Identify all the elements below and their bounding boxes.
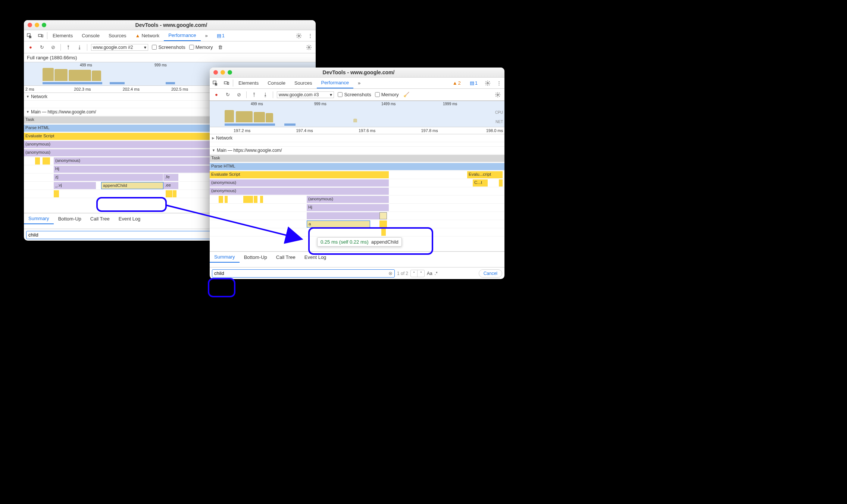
settings-gear-icon[interactable] (494, 91, 501, 98)
titlebar[interactable]: DevTools - www.google.com/ (210, 68, 504, 78)
flame-bar[interactable] (54, 190, 59, 197)
flame-parse-html[interactable]: Parse HTML (210, 163, 504, 170)
download-icon[interactable]: ⭳ (262, 91, 269, 98)
flame-task[interactable]: Task (210, 155, 504, 162)
recording-select[interactable]: www.google.com #3 ▾ (277, 91, 334, 98)
flame-fe[interactable]: .fe (163, 174, 178, 181)
search-field[interactable] (214, 270, 388, 276)
record-button[interactable]: ● (27, 44, 34, 51)
tab-more[interactable]: » (353, 78, 365, 88)
inspect-icon[interactable] (24, 30, 35, 41)
memory-checkbox[interactable]: Memory (189, 44, 213, 50)
tab-console[interactable]: Console (263, 78, 290, 88)
error-count[interactable]: ▤1 (212, 30, 229, 41)
flame-bar[interactable] (243, 196, 253, 203)
device-toggle-icon[interactable] (221, 78, 232, 88)
zoom-icon[interactable] (228, 70, 232, 75)
flame-bar-highlight[interactable] (379, 212, 387, 219)
settings-gear-icon[interactable] (293, 30, 304, 41)
clear-icon[interactable]: ⊗ (388, 270, 393, 276)
search-stepper[interactable]: ˄ ˅ (410, 270, 425, 277)
tab-summary[interactable]: Summary (210, 252, 240, 263)
tab-bottomup[interactable]: Bottom-Up (240, 252, 272, 263)
tab-elements[interactable]: Elements (48, 30, 77, 41)
flame-ct[interactable]: C...t (473, 179, 488, 187)
kebab-menu-icon[interactable]: ⋮ (493, 78, 504, 88)
recording-select[interactable]: www.google.com #2 ▾ (91, 44, 148, 51)
flame-chart[interactable]: Task Parse HTML Evaluate Script Evalu...… (210, 154, 504, 237)
next-match-button[interactable]: ˅ (418, 270, 424, 277)
flame-evaluate-script[interactable]: Evaluate Script (210, 171, 389, 178)
main-section-header[interactable]: ▼Main — https://www.google.com/ (210, 147, 504, 154)
flame-ee[interactable]: .ee (163, 182, 178, 189)
flame-bar[interactable] (166, 190, 172, 197)
network-section-header[interactable]: ▶Network (210, 134, 504, 142)
flame-appendchild[interactable]: appendChild (101, 182, 163, 189)
tab-more[interactable]: » (201, 30, 212, 41)
inspect-icon[interactable] (210, 78, 221, 88)
tab-bottomup[interactable]: Bottom-Up (54, 213, 86, 224)
tab-eventlog[interactable]: Event Log (300, 252, 331, 263)
search-input[interactable]: ⊗ (212, 269, 395, 278)
titlebar[interactable]: DevTools - www.google.com/ (24, 20, 316, 30)
flame-hj[interactable]: Hj (307, 204, 389, 211)
reload-button[interactable]: ↻ (38, 44, 46, 51)
close-icon[interactable] (28, 23, 32, 27)
device-toggle-icon[interactable] (35, 30, 46, 41)
kebab-menu-icon[interactable]: ⋮ (304, 30, 316, 41)
settings-gear-icon[interactable] (482, 78, 493, 88)
settings-gear-icon[interactable] (305, 44, 313, 51)
tab-network[interactable]: ▲Network (131, 30, 164, 41)
traffic-lights[interactable] (28, 23, 46, 27)
record-button[interactable]: ● (213, 91, 220, 98)
tab-console[interactable]: Console (77, 30, 104, 41)
overview-panel[interactable]: 499 ms 999 ms 1499 ms 1999 ms CPU NET (210, 101, 504, 127)
tab-calltree[interactable]: Call Tree (86, 213, 114, 224)
tab-elements[interactable]: Elements (234, 78, 263, 88)
tab-summary[interactable]: Summary (24, 213, 54, 224)
minimize-icon[interactable] (221, 70, 225, 75)
flame-bar[interactable] (254, 196, 257, 203)
clear-button[interactable]: ⊘ (49, 44, 57, 51)
prev-match-button[interactable]: ˄ (411, 270, 418, 277)
trash-icon[interactable]: 🗑 (217, 44, 224, 51)
regex-toggle[interactable]: .* (435, 271, 438, 276)
upload-icon[interactable]: ⭱ (65, 44, 72, 51)
zoom-icon[interactable] (42, 23, 46, 27)
screenshots-checkbox[interactable]: Screenshots (338, 92, 371, 97)
flame-bar[interactable] (381, 229, 386, 236)
tab-performance[interactable]: Performance (317, 78, 353, 88)
flame-anonymous[interactable]: (anonymous) (210, 188, 389, 195)
flame-bar[interactable] (260, 196, 263, 203)
tab-calltree[interactable]: Call Tree (272, 252, 300, 263)
broom-icon[interactable]: 🧹 (403, 91, 410, 98)
flame-anonymous[interactable]: (anonymous) (210, 179, 389, 187)
flame-bar[interactable] (173, 190, 176, 197)
time-ruler[interactable]: 197.2 ms 197.4 ms 197.6 ms 197.8 ms 198.… (210, 127, 504, 134)
match-case-toggle[interactable]: Aa (427, 271, 432, 276)
tab-performance[interactable]: Performance (164, 30, 200, 41)
warn-count[interactable]: ▲2 (448, 78, 465, 88)
flame-bar[interactable] (379, 220, 387, 228)
screenshots-checkbox[interactable]: Screenshots (152, 44, 185, 50)
flame-evaluate-script-2[interactable]: Evalu...cript (467, 171, 503, 178)
flame-vj[interactable]: _.vj (54, 182, 96, 189)
error-count[interactable]: ▤1 (465, 78, 482, 88)
reload-button[interactable]: ↻ (224, 91, 231, 98)
flame-bar[interactable] (43, 157, 50, 165)
flame-appendchild[interactable]: a (307, 220, 370, 228)
upload-icon[interactable]: ⭱ (250, 91, 258, 98)
flame-zj[interactable]: zj (54, 174, 163, 181)
flame-bar[interactable] (35, 157, 40, 165)
cancel-button[interactable]: Cancel (479, 269, 502, 278)
flame-bar[interactable] (225, 196, 228, 203)
flame-bar[interactable] (219, 196, 223, 203)
memory-checkbox[interactable]: Memory (375, 92, 399, 97)
flame-anonymous[interactable]: (anonymous) (307, 196, 389, 203)
clear-button[interactable]: ⊘ (235, 91, 243, 98)
download-icon[interactable]: ⭳ (76, 44, 83, 51)
tab-sources[interactable]: Sources (104, 30, 131, 41)
close-icon[interactable] (213, 70, 218, 75)
traffic-lights[interactable] (213, 70, 232, 75)
tab-sources[interactable]: Sources (290, 78, 317, 88)
